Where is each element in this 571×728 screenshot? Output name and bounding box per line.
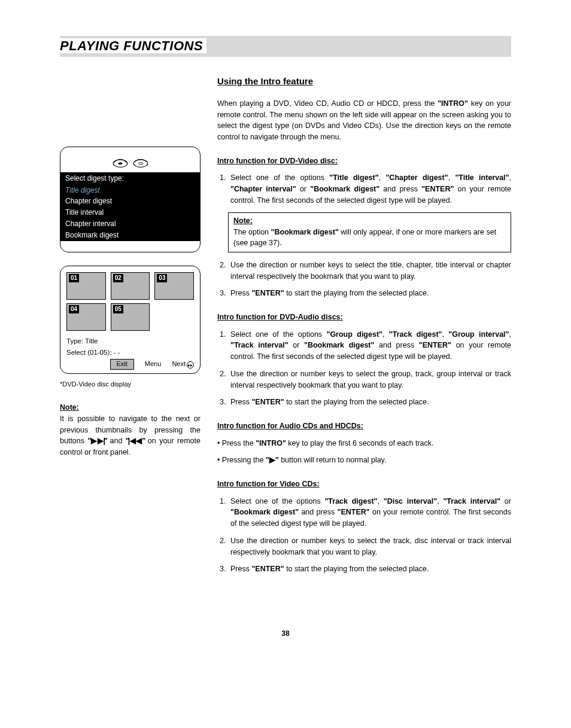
cd-step-1: Press the "INTRO" key to play the first …	[217, 438, 511, 449]
page-number: 38	[60, 629, 511, 639]
thumb-01[interactable]: 01	[66, 272, 106, 300]
dvd-icon	[112, 153, 129, 169]
note-box: Note: The option "Bookmark digest" will …	[228, 212, 511, 252]
skip-forward-icon: "▶▶|"	[88, 437, 107, 445]
play-icon: "▶"	[266, 456, 279, 464]
menu-item-chapter-digest[interactable]: Chapter digest	[60, 196, 200, 207]
dvda-heading: Intro function for DVD-Audio discs:	[217, 312, 511, 323]
digest-menu-panel: Select digest type: Title digest Chapter…	[60, 147, 201, 252]
next-icon: ▸▸	[187, 361, 194, 368]
vcd-step-3: Press "ENTER" to start the playing from …	[228, 563, 511, 575]
menu-header: Select digest type:	[60, 172, 200, 185]
panel-caption: *DVD-Video disc display	[60, 380, 201, 389]
menu-item-title-digest[interactable]: Title digest	[60, 185, 200, 196]
dvda-step-2: Use the direction or number keys to sele…	[228, 368, 511, 391]
svg-point-1	[118, 162, 122, 165]
menu-item-chapter-interval[interactable]: Chapter interval	[60, 218, 200, 230]
page-title: PLAYING FUNCTIONS	[60, 38, 206, 53]
thumb-04[interactable]: 04	[66, 303, 106, 331]
next-button[interactable]: Next▸▸	[172, 360, 194, 368]
thumb-05[interactable]: 05	[111, 303, 150, 331]
vcd-heading: Intro function for Video CDs:	[217, 479, 511, 490]
dvdv-steps: Select one of the options "Title digest"…	[217, 172, 511, 206]
section-header: PLAYING FUNCTIONS	[60, 36, 511, 57]
exit-button[interactable]: Exit	[110, 359, 134, 369]
menu-item-bookmark-digest[interactable]: Bookmark digest	[60, 230, 200, 241]
vcd-step-2: Use the direction or number keys to sele…	[228, 535, 511, 558]
type-line-2: Select (01-05): - -	[66, 348, 194, 357]
vcd-step-1: Select one of the options "Track digest"…	[228, 496, 511, 529]
vcd-steps: Select one of the options "Track digest"…	[217, 496, 511, 575]
cd-steps: Press the "INTRO" key to play the first …	[217, 438, 511, 467]
dvdv-steps-cont: Use the direction or number keys to sele…	[217, 260, 511, 299]
dvda-steps: Select one of the options "Group digest"…	[217, 329, 511, 409]
dvda-step-3: Press "ENTER" to start the playing from …	[228, 397, 511, 408]
left-note: Note: It is possible to navigate to the …	[60, 402, 201, 458]
cd-heading: Intro function for Audio CDs and HDCDs:	[217, 421, 511, 432]
type-line-1: Type: Title	[66, 337, 194, 346]
thumb-02[interactable]: 02	[111, 272, 150, 300]
dvda-step-1: Select one of the options "Group digest"…	[228, 329, 511, 363]
dvdv-step-1: Select one of the options "Title digest"…	[228, 172, 511, 206]
menu-button[interactable]: Menu	[145, 360, 162, 368]
intro-paragraph: When playing a DVD, Video CD, Audio CD o…	[217, 98, 511, 143]
svg-point-3	[138, 162, 142, 165]
skip-back-icon: "|◀◀"	[126, 437, 144, 445]
dvdv-heading: Intro function for DVD-Video disc:	[217, 156, 511, 167]
cd-step-2: Pressing the "▶" button will return to n…	[217, 455, 511, 466]
dvdv-step-3: Press "ENTER" to start the playing from …	[228, 288, 511, 299]
panel-icons	[60, 147, 200, 172]
vcd-icon	[132, 153, 149, 169]
subsection-heading: Using the Intro feature	[217, 75, 511, 87]
menu-item-title-interval[interactable]: Title interval	[60, 207, 200, 218]
note-heading: Note:	[60, 403, 79, 412]
dvdv-step-2: Use the direction or number keys to sele…	[228, 260, 511, 282]
thumbnails-panel: 01 02 03 04 05 Type: Title Select (01-05…	[60, 266, 201, 374]
thumb-empty	[154, 303, 194, 331]
thumb-03[interactable]: 03	[154, 272, 194, 300]
